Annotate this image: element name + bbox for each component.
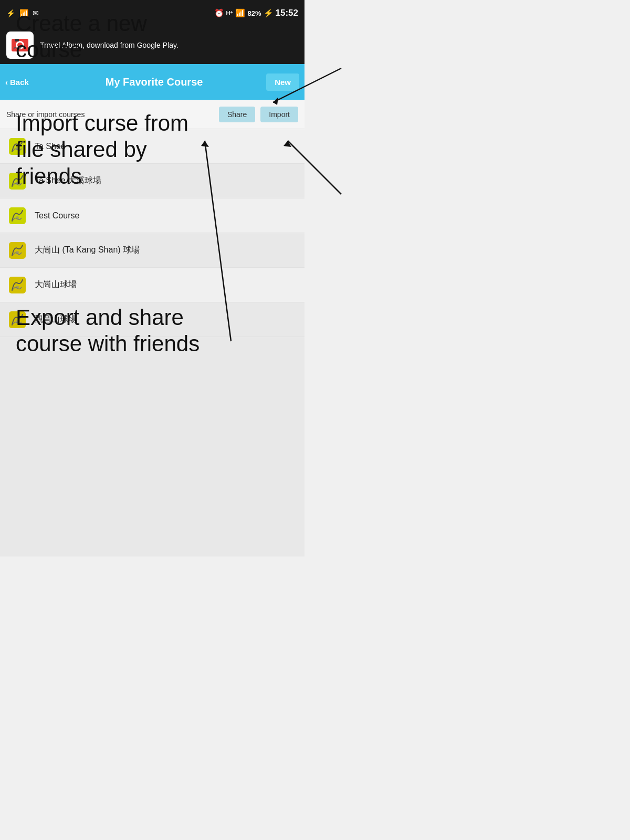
import-button[interactable]: Import — [260, 107, 298, 122]
course-icon — [7, 206, 27, 226]
back-chevron-icon: ‹ — [5, 78, 8, 87]
course-name: 大崗山 (Ta Kang Shan) 球場 — [35, 245, 140, 256]
list-item[interactable]: 大崗山球場 — [0, 268, 304, 302]
course-icon — [7, 240, 27, 260]
back-button[interactable]: ‹ Back — [5, 78, 42, 87]
usb-icon: ⚡ — [6, 9, 15, 17]
signal-hplus-icon: H⁺ — [226, 10, 234, 17]
svg-rect-13 — [9, 277, 26, 293]
course-icon — [7, 275, 27, 295]
battery-icon: ⚡ — [264, 8, 274, 18]
list-item[interactable]: Test Course — [0, 198, 304, 233]
list-item[interactable]: 大崗山 (Ta Kang Shan) 球場 — [0, 233, 304, 268]
signal-bars-icon: 📶 — [235, 8, 245, 18]
battery-percent: 82% — [247, 9, 261, 17]
share-button[interactable]: Share — [219, 107, 255, 122]
status-time: 15:52 — [276, 8, 298, 18]
course-name: Test Course — [35, 211, 79, 220]
alarm-icon: ⏰ — [214, 8, 224, 18]
status-right-icons: ⏰ H⁺ 📶 82% ⚡ 15:52 — [214, 8, 298, 18]
course-name: 大崗山球場 — [35, 279, 77, 290]
svg-rect-11 — [9, 242, 26, 259]
annotation-create-course: Create a new course — [16, 10, 215, 64]
new-button[interactable]: New — [266, 74, 299, 91]
page-title: My Favorite Course — [42, 76, 266, 88]
back-label: Back — [10, 78, 29, 87]
annotation-export: Export and share course with friends — [16, 304, 215, 358]
nav-bar: ‹ Back My Favorite Course New — [0, 64, 304, 100]
svg-rect-9 — [9, 207, 26, 224]
annotation-import: Import curse from file shared by friends — [16, 110, 215, 190]
